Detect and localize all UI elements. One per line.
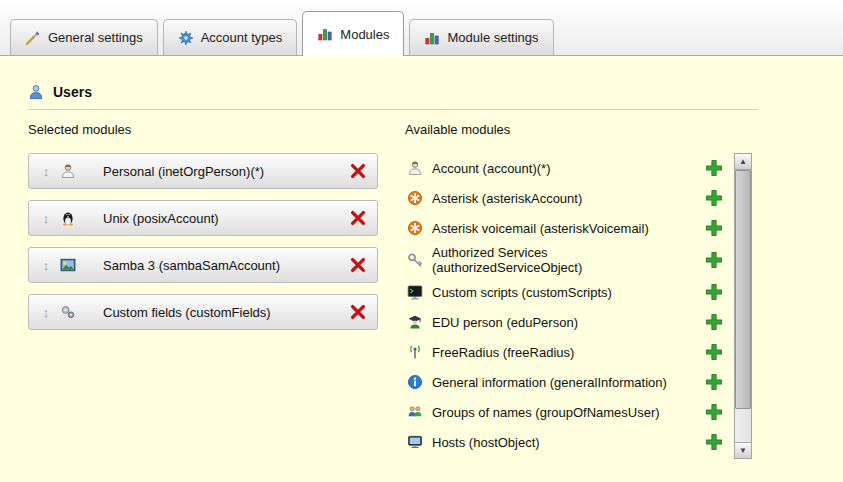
red-x-icon — [349, 256, 367, 274]
asterisk-icon — [407, 220, 423, 236]
tab-label: Account types — [201, 30, 283, 45]
green-plus-icon — [706, 374, 722, 390]
section-header: Users — [28, 84, 843, 100]
available-module-row: EDU person (eduPerson) — [405, 307, 734, 337]
scrollbar-thumb[interactable] — [735, 170, 751, 409]
scroll-up-button[interactable]: ▲ — [735, 154, 751, 170]
page: General settings Account types Modules M… — [0, 0, 843, 482]
gear-icon — [178, 30, 194, 46]
available-modules-list: Account (account)(*) Asterisk (asteriskA… — [405, 153, 734, 457]
tab-account-types[interactable]: Account types — [163, 19, 298, 55]
chart-icon — [424, 30, 440, 46]
add-module-button[interactable] — [706, 404, 722, 420]
scrollbar-track[interactable] — [735, 170, 751, 442]
available-module-row: General information (generalInformation) — [405, 367, 734, 397]
available-module-label: Custom scripts (customScripts) — [432, 285, 612, 300]
tux-icon — [60, 210, 76, 226]
tab-bar: General settings Account types Modules M… — [0, 0, 843, 56]
drag-handle[interactable]: ↕ — [39, 305, 53, 320]
selected-module-row[interactable]: ↕ Samba 3 (sambaSamAccount) — [28, 247, 378, 283]
add-module-button[interactable] — [706, 314, 722, 330]
radius-icon — [407, 344, 423, 360]
green-plus-icon — [706, 344, 722, 360]
green-plus-icon — [706, 220, 722, 236]
host-icon — [407, 434, 423, 450]
add-module-button[interactable] — [706, 190, 722, 206]
tab-general-settings[interactable]: General settings — [10, 19, 158, 55]
available-modules-scrollbar[interactable]: ▲ ▼ — [734, 153, 752, 459]
selected-module-row[interactable]: ↕ Custom fields (customFields) — [28, 294, 378, 330]
selected-modules-column: Selected modules ↕ Personal (inetOrgPers… — [28, 122, 378, 459]
available-module-label: Asterisk voicemail (asteriskVoicemail) — [432, 221, 649, 236]
selected-module-label: Unix (posixAccount) — [103, 211, 349, 226]
available-modules-column: Available modules Account (account)(*) A… — [405, 122, 752, 459]
remove-module-button[interactable] — [349, 256, 367, 274]
available-module-label: Groups of names (groupOfNamesUser) — [432, 405, 660, 420]
available-module-row: Hosts (hostObject) — [405, 427, 734, 457]
selected-modules-list: ↕ Personal (inetOrgPerson)(*) ↕ Unix (po… — [28, 153, 378, 330]
selected-module-row[interactable]: ↕ Unix (posixAccount) — [28, 200, 378, 236]
selected-module-row[interactable]: ↕ Personal (inetOrgPerson)(*) — [28, 153, 378, 189]
tab-module-settings[interactable]: Module settings — [409, 19, 553, 55]
green-plus-icon — [706, 284, 722, 300]
selected-module-label: Custom fields (customFields) — [103, 305, 349, 320]
available-module-label: Account (account)(*) — [432, 161, 551, 176]
tab-label: Modules — [340, 27, 389, 42]
selected-modules-heading: Selected modules — [28, 122, 378, 137]
selected-module-label: Samba 3 (sambaSamAccount) — [103, 258, 349, 273]
selected-module-label: Personal (inetOrgPerson)(*) — [103, 164, 349, 179]
red-x-icon — [349, 209, 367, 227]
green-plus-icon — [706, 404, 722, 420]
available-module-row: Groups of names (groupOfNamesUser) — [405, 397, 734, 427]
available-module-label: Authorized Services (authorizedServiceOb… — [432, 245, 682, 275]
gears-icon — [60, 304, 76, 320]
scroll-down-button[interactable]: ▼ — [735, 442, 751, 458]
available-module-row: Asterisk voicemail (asteriskVoicemail) — [405, 213, 734, 243]
available-module-row: Account (account)(*) — [405, 153, 734, 183]
drag-handle[interactable]: ↕ — [39, 211, 53, 226]
available-module-label: Asterisk (asteriskAccount) — [432, 191, 582, 206]
divider — [28, 109, 758, 110]
drag-handle[interactable]: ↕ — [39, 164, 53, 179]
available-module-row: Authorized Services (authorizedServiceOb… — [405, 243, 734, 277]
add-module-button[interactable] — [706, 220, 722, 236]
green-plus-icon — [706, 252, 722, 268]
available-module-label: Hosts (hostObject) — [432, 435, 540, 450]
image-icon — [60, 257, 76, 273]
asterisk-icon — [407, 190, 423, 206]
remove-module-button[interactable] — [349, 303, 367, 321]
user-icon — [28, 84, 44, 100]
add-module-button[interactable] — [706, 344, 722, 360]
red-x-icon — [349, 162, 367, 180]
add-module-button[interactable] — [706, 434, 722, 450]
terminal-icon — [407, 284, 423, 300]
green-plus-icon — [706, 434, 722, 450]
remove-module-button[interactable] — [349, 162, 367, 180]
content: Users Selected modules ↕ Personal (inetO… — [0, 56, 843, 459]
green-plus-icon — [706, 160, 722, 176]
remove-module-button[interactable] — [349, 209, 367, 227]
green-plus-icon — [706, 314, 722, 330]
group-icon — [407, 404, 423, 420]
key-icon — [407, 252, 423, 268]
available-modules-heading: Available modules — [405, 122, 752, 137]
red-x-icon — [349, 303, 367, 321]
available-module-row: Custom scripts (customScripts) — [405, 277, 734, 307]
available-module-row: FreeRadius (freeRadius) — [405, 337, 734, 367]
add-module-button[interactable] — [706, 160, 722, 176]
add-module-button[interactable] — [706, 374, 722, 390]
tools-icon — [25, 30, 41, 46]
edu-icon — [407, 314, 423, 330]
available-module-label: FreeRadius (freeRadius) — [432, 345, 574, 360]
person-icon — [60, 163, 76, 179]
tab-modules[interactable]: Modules — [302, 11, 404, 56]
add-module-button[interactable] — [706, 252, 722, 268]
available-modules-panel: Account (account)(*) Asterisk (asteriskA… — [405, 153, 752, 459]
person-icon — [407, 160, 423, 176]
drag-handle[interactable]: ↕ — [39, 258, 53, 273]
available-module-label: EDU person (eduPerson) — [432, 315, 578, 330]
add-module-button[interactable] — [706, 284, 722, 300]
tab-label: General settings — [48, 30, 143, 45]
section-title: Users — [53, 84, 92, 100]
available-module-label: General information (generalInformation) — [432, 375, 667, 390]
